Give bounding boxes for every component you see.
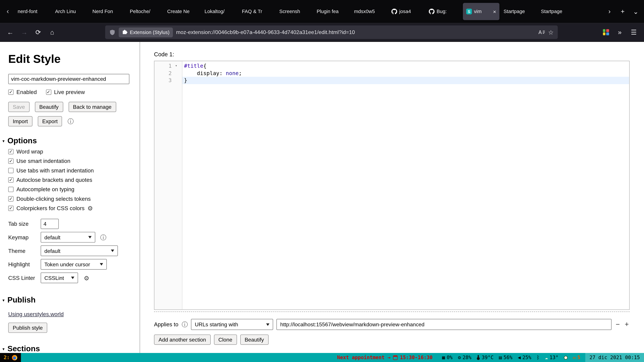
new-tab-button[interactable]: + bbox=[616, 4, 629, 18]
scroll-tabs-right-button[interactable]: › bbox=[603, 4, 616, 18]
add-applies-rule-button[interactable]: + bbox=[624, 321, 630, 328]
extension-grid-icon[interactable] bbox=[599, 25, 613, 39]
highlight-select[interactable]: Token under cursor bbox=[40, 259, 107, 270]
memory-value: 0% bbox=[446, 355, 452, 360]
code-line[interactable]: #title{ bbox=[182, 62, 629, 69]
temperature-widget: 39°C bbox=[477, 355, 494, 360]
code-line-active[interactable]: } bbox=[182, 77, 629, 84]
remove-applies-rule-button[interactable]: − bbox=[615, 321, 620, 328]
keymap-select[interactable]: default bbox=[40, 232, 95, 243]
export-button[interactable]: Export bbox=[38, 116, 62, 126]
beautify-section-button[interactable]: Beautify bbox=[240, 335, 268, 345]
url-bar[interactable]: Extension (Stylus) moz-extension://0046c… bbox=[105, 25, 558, 39]
applies-to-select[interactable]: URLs starting with bbox=[191, 319, 273, 330]
import-button[interactable]: Import bbox=[8, 116, 32, 126]
fold-arrow-icon[interactable]: ▾ bbox=[172, 62, 181, 69]
bookmark-star-icon[interactable]: ☆ bbox=[548, 28, 554, 36]
editor-resize-grip[interactable] bbox=[154, 310, 630, 312]
code-editor[interactable]: 1 ▾ #title{ 2 display: none; 3 bbox=[154, 61, 630, 310]
publish-section-header[interactable]: ▾ Publish bbox=[2, 296, 134, 305]
gear-icon[interactable]: ⚙ bbox=[84, 275, 90, 281]
options-heading: Options bbox=[8, 136, 37, 145]
tab-label: josa4 bbox=[399, 8, 421, 14]
tab-arch-linux[interactable]: Arch Linu bbox=[52, 3, 88, 20]
home-button[interactable]: ⌂ bbox=[45, 25, 59, 39]
app-menu-button[interactable]: ☰ bbox=[627, 25, 641, 39]
smart-indentation-checkbox[interactable]: Use smart indentation bbox=[8, 158, 134, 164]
colorpickers-checkbox[interactable]: Colorpickers for CSS colors ⚙ bbox=[8, 205, 134, 211]
overflow-menu-button[interactable]: » bbox=[613, 25, 627, 39]
save-button[interactable]: Save bbox=[8, 102, 29, 112]
reload-button[interactable]: ⟳ bbox=[31, 25, 45, 39]
tracking-shield-icon[interactable] bbox=[109, 29, 116, 35]
tab-nerd-font[interactable]: nerd-font bbox=[14, 3, 51, 20]
weather-cloud-icon: ☁ bbox=[545, 355, 548, 360]
double-click-tokens-checkbox[interactable]: Double-clicking selects tokens bbox=[8, 196, 134, 202]
tab-faq[interactable]: FAQ & Tr bbox=[239, 3, 275, 20]
tab-stylus-vim-active[interactable]: S vim × bbox=[463, 3, 500, 20]
autoclose-brackets-checkbox[interactable]: Autoclose brackets and quotes bbox=[8, 177, 134, 183]
clone-button[interactable]: Clone bbox=[214, 335, 237, 345]
beautify-button[interactable]: Beautify bbox=[35, 102, 63, 112]
tab-close-icon[interactable]: × bbox=[493, 9, 496, 14]
tabs-smart-indentation-checkbox[interactable]: Use tabs with smart indentation bbox=[8, 167, 134, 174]
info-icon[interactable]: ⓘ bbox=[100, 234, 106, 240]
back-button[interactable]: ← bbox=[3, 25, 17, 39]
tab-screenshot[interactable]: Screensh bbox=[276, 3, 312, 20]
workspace-indicator[interactable]: 2: bbox=[0, 353, 21, 362]
tab-github-bug[interactable]: Bug: bbox=[426, 3, 462, 20]
tab-label: Create Ne bbox=[167, 8, 197, 14]
checkbox-box[interactable] bbox=[8, 206, 14, 211]
tab-plugin-features[interactable]: Plugin fea bbox=[314, 3, 350, 20]
theme-select[interactable]: default bbox=[40, 245, 118, 256]
word-wrap-checkbox[interactable]: Word wrap bbox=[8, 149, 134, 155]
userstyles-world-link[interactable]: Using userstyles.world bbox=[8, 311, 64, 317]
checkbox-label: Live preview bbox=[54, 89, 85, 95]
tab-github-josa4[interactable]: josa4 bbox=[388, 3, 425, 20]
url-text[interactable]: moz-extension://0046cb9b-e07a-4440-9633-… bbox=[176, 29, 535, 35]
autocomplete-checkbox[interactable]: Autocomplete on typing bbox=[8, 186, 134, 193]
translate-icon[interactable]: A bbox=[538, 29, 545, 35]
weather-value: 13° bbox=[550, 355, 558, 360]
back-to-manage-button[interactable]: Back to manage bbox=[68, 102, 116, 112]
info-icon[interactable]: ⓘ bbox=[182, 322, 188, 328]
publish-style-button[interactable]: Publish style bbox=[8, 323, 47, 333]
firefox-icon bbox=[12, 355, 18, 360]
checkbox-box[interactable] bbox=[8, 196, 14, 202]
gear-icon[interactable]: ⚙ bbox=[88, 205, 93, 211]
tab-size-input[interactable] bbox=[40, 219, 59, 229]
add-another-section-button[interactable]: Add another section bbox=[154, 335, 210, 345]
applies-to-url-input[interactable] bbox=[276, 319, 612, 330]
style-name-input[interactable] bbox=[8, 74, 129, 84]
list-all-tabs-button[interactable]: ⌄ bbox=[629, 4, 642, 18]
tab-create-ne[interactable]: Create Ne bbox=[164, 3, 200, 20]
code-line[interactable]: display: none; bbox=[182, 69, 629, 77]
tab-startpage-1[interactable]: Startpage bbox=[500, 3, 537, 20]
info-icon[interactable]: ⓘ bbox=[68, 118, 74, 124]
tab-peltoche[interactable]: Peltoche/ bbox=[126, 3, 163, 20]
live-preview-checkbox[interactable]: Live preview bbox=[46, 89, 85, 95]
extension-identity-chip[interactable]: Extension (Stylus) bbox=[119, 27, 173, 37]
checkbox-box[interactable] bbox=[8, 168, 14, 173]
sections-section-header[interactable]: ▾ Sections bbox=[2, 345, 134, 353]
tab-nerd-fonts[interactable]: Nerd Fon bbox=[89, 3, 126, 20]
chevron-down-icon: ⌄ bbox=[633, 7, 639, 15]
checkbox-box[interactable] bbox=[8, 187, 14, 192]
enabled-checkbox[interactable]: Enabled bbox=[8, 89, 37, 95]
checkbox-label: Enabled bbox=[16, 89, 37, 95]
checkbox-box[interactable] bbox=[8, 89, 14, 95]
checkbox-box[interactable] bbox=[8, 177, 14, 183]
forward-button[interactable]: → bbox=[17, 25, 31, 39]
tab-label: Screensh bbox=[279, 8, 309, 14]
options-section-header[interactable]: ▾ Options bbox=[2, 136, 134, 145]
tab-lokaltog[interactable]: Lokaltog/ bbox=[201, 3, 238, 20]
checkbox-box[interactable] bbox=[46, 89, 51, 95]
css-linter-select[interactable]: CSSLint bbox=[40, 273, 78, 283]
tab-startpage-2[interactable]: Startpage bbox=[538, 3, 574, 20]
tab-label: Nerd Fon bbox=[92, 8, 122, 14]
mail-widget: ✉ 5 bbox=[573, 355, 580, 360]
checkbox-box[interactable] bbox=[8, 158, 14, 164]
tab-mdsx0w5[interactable]: mdsx0w5 bbox=[351, 3, 387, 20]
checkbox-box[interactable] bbox=[8, 149, 14, 154]
scroll-tabs-left-button[interactable]: ‹ bbox=[2, 0, 14, 23]
